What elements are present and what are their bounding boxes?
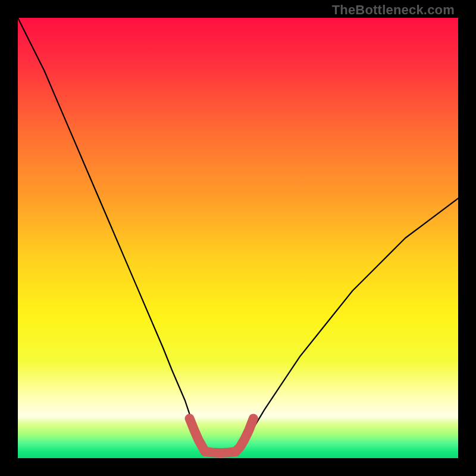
plot-area (18, 18, 458, 458)
gradient-background (18, 18, 458, 458)
watermark-text: TheBottleneck.com (332, 2, 455, 18)
chart-frame: TheBottleneck.com (0, 0, 476, 476)
bottleneck-curve-chart (18, 18, 458, 458)
